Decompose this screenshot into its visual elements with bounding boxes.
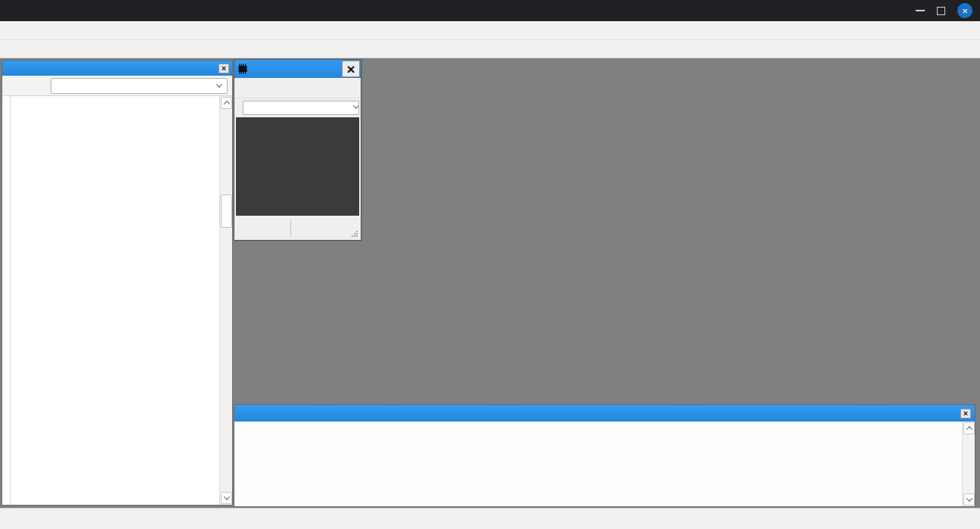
function-dropdown[interactable] xyxy=(243,101,359,115)
titlebar: × xyxy=(0,0,980,21)
view-row xyxy=(2,76,232,95)
window-controls: × xyxy=(916,0,972,21)
parameter-comments-panel: × xyxy=(234,404,975,507)
scroll-up-icon[interactable] xyxy=(221,97,232,109)
status-bar xyxy=(0,508,980,529)
parameter-tree-header: × xyxy=(2,61,232,76)
tree-area xyxy=(2,95,232,505)
chip-icon xyxy=(237,63,249,75)
main-toolbar xyxy=(0,40,980,58)
menu-bar xyxy=(0,21,980,40)
parameter-table-statusbar xyxy=(236,217,359,238)
minimize-button[interactable] xyxy=(916,10,925,11)
parameter-table-close-icon[interactable]: × xyxy=(342,61,360,77)
parameter-comments-close-icon[interactable]: × xyxy=(960,409,971,419)
chevron-down-icon[interactable] xyxy=(354,101,359,114)
resize-grip[interactable] xyxy=(350,229,358,238)
table-grid-zone xyxy=(236,117,359,216)
tree-list xyxy=(2,96,219,505)
view-category-dropdown[interactable] xyxy=(51,78,228,94)
scroll-up-icon[interactable] xyxy=(963,422,975,434)
scroll-down-icon[interactable] xyxy=(221,492,232,504)
scroll-down-icon[interactable] xyxy=(963,493,975,506)
comments-scrollbar[interactable] xyxy=(962,422,975,506)
parameter-comments-body[interactable] xyxy=(234,422,975,506)
parameter-tree-close-icon[interactable]: × xyxy=(219,64,229,73)
function-row xyxy=(234,98,361,117)
tree-scrollbar[interactable] xyxy=(219,96,232,505)
maximize-button[interactable] xyxy=(937,7,945,15)
close-button[interactable]: × xyxy=(957,3,972,18)
parameter-tree-panel: × xyxy=(2,60,233,506)
scrollbar-thumb[interactable] xyxy=(221,194,232,228)
parameter-comments-header: × xyxy=(234,405,975,422)
parameter-table-window: × xyxy=(234,59,361,241)
parameter-table-toolbar xyxy=(234,78,361,98)
chevron-down-icon[interactable] xyxy=(212,79,225,92)
parameter-table-titlebar[interactable]: × xyxy=(234,60,361,78)
workspace: × × xyxy=(0,58,980,508)
